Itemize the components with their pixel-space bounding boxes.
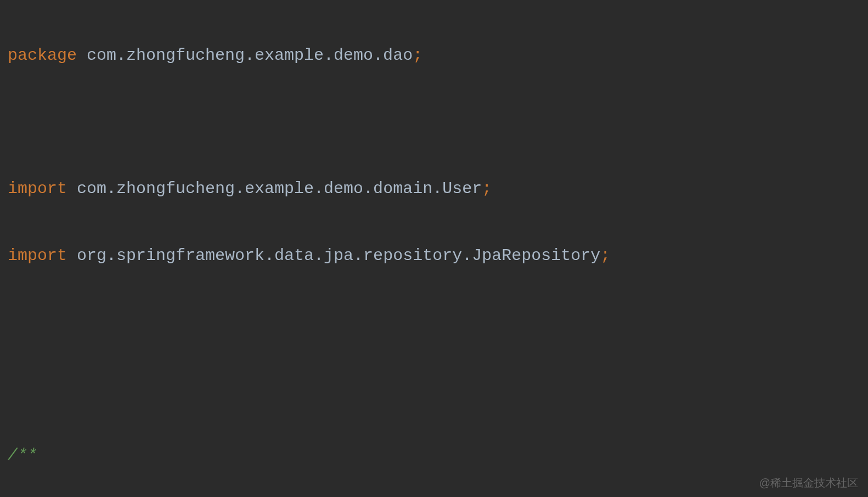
javadoc-open: /** xyxy=(8,446,37,465)
code-line[interactable]: package com.zhongfucheng.example.demo.da… xyxy=(0,44,868,67)
package-path: com.zhongfucheng.example.demo.dao xyxy=(77,46,413,65)
code-line[interactable]: import com.zhongfucheng.example.demo.dom… xyxy=(0,178,868,200)
import-path: org.springframework.data.jpa.repository.… xyxy=(67,246,600,265)
code-line-blank[interactable] xyxy=(0,378,868,400)
semicolon: ; xyxy=(600,246,610,265)
code-editor[interactable]: package com.zhongfucheng.example.demo.da… xyxy=(0,0,868,497)
code-line-blank[interactable] xyxy=(0,111,868,134)
semicolon: ; xyxy=(482,179,492,198)
keyword-package: package xyxy=(8,46,77,65)
code-line-blank[interactable] xyxy=(0,311,868,334)
code-line[interactable]: /** xyxy=(0,444,868,467)
keyword-import: import xyxy=(8,179,67,198)
import-path: com.zhongfucheng.example.demo.domain.Use… xyxy=(67,179,482,198)
watermark-label: @稀土掘金技术社区 xyxy=(759,476,858,490)
code-line[interactable]: import org.springframework.data.jpa.repo… xyxy=(0,245,868,267)
semicolon: ; xyxy=(413,46,422,65)
keyword-import: import xyxy=(8,246,67,265)
